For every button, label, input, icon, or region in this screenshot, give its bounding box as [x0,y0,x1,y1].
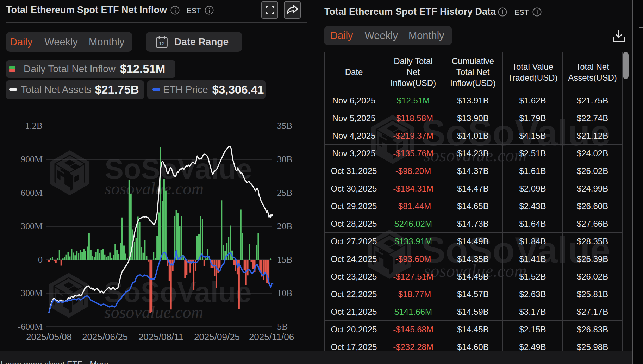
svg-text:2025/09/25: 2025/09/25 [194,332,240,342]
svg-text:35B: 35B [277,121,292,131]
svg-text:-600M: -600M [18,321,43,332]
svg-text:0: 0 [38,255,43,265]
svg-text:15B: 15B [277,255,292,265]
svg-text:2025/06/25: 2025/06/25 [82,332,128,342]
svg-text:900M: 900M [21,154,43,164]
svg-text:sosovalue.com: sosovalue.com [105,179,204,198]
svg-text:20B: 20B [277,221,292,231]
svg-text:12: 12 [159,40,165,46]
svg-text:-300M: -300M [18,288,43,298]
svg-text:2025/05/08: 2025/05/08 [26,332,72,342]
svg-text:300M: 300M [21,221,43,231]
svg-text:600M: 600M [21,188,43,198]
svg-text:30B: 30B [277,154,292,164]
svg-text:25B: 25B [277,188,292,198]
svg-text:sosovalue.com: sosovalue.com [104,303,203,321]
svg-text:5B: 5B [277,321,288,332]
svg-text:2025/11/06: 2025/11/06 [249,332,294,342]
svg-text:1.2B: 1.2B [25,121,43,131]
svg-text:10B: 10B [277,288,292,298]
svg-text:2025/08/11: 2025/08/11 [138,332,183,342]
